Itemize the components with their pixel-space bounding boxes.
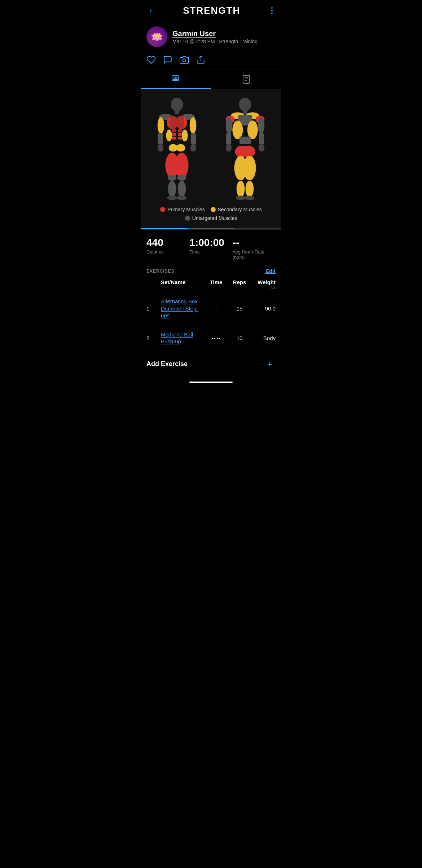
tab-notes[interactable] bbox=[211, 70, 281, 89]
svg-rect-4 bbox=[173, 79, 178, 81]
svg-point-28 bbox=[158, 117, 164, 134]
svg-point-32 bbox=[158, 144, 164, 152]
more-button[interactable] bbox=[268, 6, 276, 15]
calories-value: 440 bbox=[146, 237, 189, 248]
ex-time-2: --:-- bbox=[203, 335, 229, 341]
progress-line-2 bbox=[188, 228, 234, 229]
primary-dot bbox=[160, 207, 165, 212]
like-button[interactable] bbox=[146, 55, 156, 65]
svg-rect-52 bbox=[239, 137, 251, 144]
svg-point-63 bbox=[237, 181, 245, 197]
svg-point-55 bbox=[226, 117, 233, 134]
secondary-dot bbox=[211, 207, 216, 212]
stat-time: 1:00:00 Time bbox=[189, 237, 232, 260]
add-exercise-label: Add Exercise bbox=[146, 360, 188, 368]
svg-point-51 bbox=[247, 120, 258, 139]
body-diagrams bbox=[146, 96, 276, 201]
svg-point-65 bbox=[236, 196, 246, 200]
exercises-header: EXERCISES Edit bbox=[141, 265, 281, 277]
edit-button[interactable]: Edit bbox=[265, 268, 276, 274]
svg-point-59 bbox=[226, 144, 232, 152]
svg-point-66 bbox=[245, 196, 254, 200]
table-header: Set/Name Time Reps Weight lbs bbox=[141, 277, 281, 292]
svg-rect-58 bbox=[259, 133, 264, 145]
ex-num-1: 1 bbox=[146, 305, 161, 312]
muscle-section: Primary Muscles Secondary Muscles Untarg… bbox=[141, 89, 281, 228]
front-body-figure bbox=[146, 96, 207, 201]
ex-reps-1: 15 bbox=[229, 305, 250, 312]
ex-name-1[interactable]: Alternating Box Dumbbell Step-ups bbox=[161, 298, 203, 319]
exercise-row-2: 2 Medicine Ball Push-up --:-- 10 Body bbox=[141, 325, 281, 351]
share-button[interactable] bbox=[196, 55, 206, 65]
svg-rect-42 bbox=[170, 114, 184, 132]
user-meta: Mar 10 @ 2:28 PM · Strength Training bbox=[172, 39, 258, 44]
col-time: Time bbox=[203, 279, 229, 290]
svg-point-38 bbox=[168, 181, 176, 197]
user-details: Garmin User Mar 10 @ 2:28 PM · Strength … bbox=[172, 30, 258, 44]
svg-point-56 bbox=[258, 117, 265, 134]
col-weight: Weight bbox=[250, 279, 276, 285]
legend-secondary-label: Secondary Muscles bbox=[218, 207, 262, 212]
legend-secondary: Secondary Muscles bbox=[211, 207, 262, 212]
svg-rect-13 bbox=[175, 110, 179, 114]
heartrate-value: -- bbox=[233, 237, 276, 248]
stat-heartrate: -- Avg Heart Rate (bpm) bbox=[233, 237, 276, 260]
muscle-legend: Primary Muscles Secondary Muscles Untarg… bbox=[146, 207, 276, 221]
ex-name-2[interactable]: Medicine Ball Push-up bbox=[161, 331, 203, 345]
svg-rect-8 bbox=[243, 75, 250, 83]
stats-row: 440 Calories 1:00:00 Time -- Avg Heart R… bbox=[141, 229, 281, 265]
svg-point-43 bbox=[239, 98, 251, 111]
back-body-figure bbox=[215, 96, 276, 201]
col-num bbox=[146, 279, 161, 290]
legend-untargeted-label: Untargeted Muscles bbox=[192, 215, 237, 221]
svg-point-0 bbox=[183, 59, 186, 62]
svg-rect-31 bbox=[191, 133, 196, 145]
svg-point-60 bbox=[259, 144, 265, 152]
comment-button[interactable] bbox=[163, 55, 172, 65]
legend-primary: Primary Muscles bbox=[160, 207, 205, 212]
add-exercise-row: Add Exercise + bbox=[141, 351, 281, 377]
ex-reps-2: 10 bbox=[229, 335, 250, 341]
untargeted-dot bbox=[185, 216, 190, 221]
progress-lines bbox=[141, 228, 281, 229]
add-exercise-button[interactable]: + bbox=[264, 358, 276, 370]
action-row bbox=[141, 52, 281, 70]
header: ‹ STRENGTH bbox=[141, 0, 281, 21]
col-reps: Reps bbox=[229, 279, 250, 290]
svg-point-36 bbox=[168, 175, 177, 181]
svg-point-64 bbox=[246, 181, 254, 197]
svg-rect-23 bbox=[178, 137, 182, 140]
col-set-name: Set/Name bbox=[161, 279, 203, 290]
camera-button[interactable] bbox=[180, 55, 189, 65]
progress-line-1 bbox=[141, 228, 188, 229]
svg-point-35 bbox=[175, 153, 188, 178]
svg-point-54 bbox=[242, 146, 255, 158]
svg-rect-21 bbox=[178, 133, 182, 136]
svg-point-27 bbox=[176, 144, 185, 152]
back-button[interactable]: ‹ bbox=[146, 4, 155, 17]
bottom-bar bbox=[141, 377, 281, 387]
svg-point-29 bbox=[190, 117, 197, 134]
heartrate-label: Avg Heart Rate (bpm) bbox=[233, 249, 276, 260]
ex-time-1: --:-- bbox=[203, 305, 229, 312]
user-name[interactable]: Garmin User bbox=[172, 30, 258, 38]
col-weight-container: Weight lbs bbox=[250, 279, 276, 290]
svg-point-50 bbox=[232, 120, 243, 139]
svg-rect-7 bbox=[176, 78, 177, 79]
ex-weight-1: 90.0 bbox=[250, 305, 276, 312]
svg-rect-5 bbox=[173, 78, 174, 79]
ex-num-2: 2 bbox=[146, 335, 161, 341]
tab-activity[interactable] bbox=[141, 70, 211, 89]
svg-point-37 bbox=[177, 175, 186, 181]
svg-point-33 bbox=[190, 144, 197, 152]
svg-point-40 bbox=[167, 196, 177, 200]
time-label: Time bbox=[189, 249, 232, 255]
exercises-section-label: EXERCISES bbox=[146, 269, 175, 274]
page-title: STRENGTH bbox=[183, 5, 240, 16]
exercise-row-1: 1 Alternating Box Dumbbell Step-ups --:-… bbox=[141, 292, 281, 325]
svg-point-41 bbox=[177, 196, 187, 200]
svg-rect-44 bbox=[243, 110, 247, 114]
tabs bbox=[141, 70, 281, 89]
time-value: 1:00:00 bbox=[189, 237, 232, 248]
calories-label: Calories bbox=[146, 249, 189, 255]
